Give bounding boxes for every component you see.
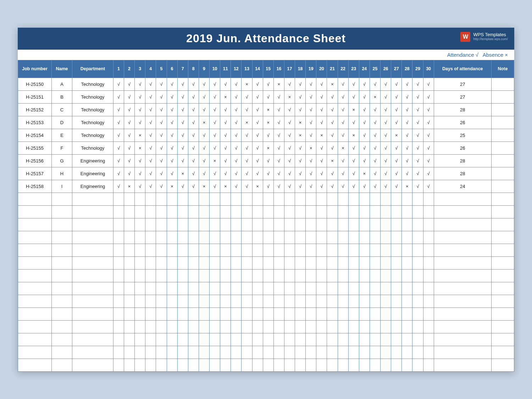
cell-empty[interactable] [316,193,327,205]
cell-day-6[interactable]: √ [167,116,177,129]
cell-day-6[interactable]: √ [167,154,177,167]
cell-day-26[interactable]: √ [381,167,391,180]
cell-empty[interactable] [72,320,113,333]
cell-empty[interactable] [220,193,231,205]
cell-empty[interactable] [402,218,412,231]
cell-empty[interactable] [284,269,295,282]
cell-empty[interactable] [434,359,491,371]
cell-day-17[interactable]: √ [284,78,295,90]
cell-empty[interactable] [210,193,220,205]
cell-empty[interactable] [52,333,72,346]
cell-day-22[interactable]: × [338,142,348,154]
cell-empty[interactable] [316,269,327,282]
cell-empty[interactable] [177,231,188,244]
cell-day-30[interactable]: √ [423,154,434,167]
cell-day-16[interactable]: √ [273,90,284,103]
cell-day-18[interactable]: √ [295,167,306,180]
cell-empty[interactable] [327,320,338,333]
cell-empty[interactable] [252,218,263,231]
cell-day-16[interactable]: √ [273,180,284,193]
cell-empty[interactable] [295,295,306,307]
cell-day-26[interactable]: √ [381,180,391,193]
cell-empty[interactable] [145,320,156,333]
cell-empty[interactable] [402,359,412,371]
cell-day-25[interactable]: √ [370,103,380,116]
cell-note[interactable] [491,103,514,116]
cell-day-10[interactable]: √ [210,129,220,142]
cell-empty[interactable] [199,269,209,282]
cell-day-30[interactable]: √ [423,116,434,129]
cell-day-14[interactable]: √ [252,103,263,116]
cell-day-14[interactable]: √ [252,154,263,167]
cell-empty[interactable] [359,218,370,231]
cell-empty[interactable] [327,256,338,269]
cell-empty[interactable] [273,269,284,282]
cell-empty[interactable] [381,193,391,205]
cell-empty[interactable] [124,333,135,346]
cell-empty[interactable] [381,256,391,269]
cell-empty[interactable] [402,346,412,359]
cell-day-14[interactable]: √ [252,129,263,142]
cell-empty[interactable] [177,244,188,256]
cell-job-number[interactable]: H-25156 [18,154,52,167]
cell-empty[interactable] [18,307,52,320]
cell-day-24[interactable]: √ [359,129,370,142]
cell-empty[interactable] [284,205,295,218]
cell-day-16[interactable]: √ [273,129,284,142]
cell-empty[interactable] [124,320,135,333]
cell-day-7[interactable]: × [177,167,188,180]
cell-empty[interactable] [348,193,359,205]
cell-empty[interactable] [145,205,156,218]
cell-day-2[interactable]: √ [124,129,135,142]
cell-empty[interactable] [156,333,167,346]
cell-day-11[interactable]: × [220,180,231,193]
cell-empty[interactable] [167,244,177,256]
cell-empty[interactable] [273,359,284,371]
cell-day-15[interactable]: √ [263,154,273,167]
cell-day-13[interactable]: √ [242,180,252,193]
cell-empty[interactable] [327,282,338,295]
cell-empty[interactable] [252,320,263,333]
cell-empty[interactable] [135,282,145,295]
cell-empty[interactable] [220,295,231,307]
cell-empty[interactable] [242,307,252,320]
cell-empty[interactable] [327,333,338,346]
cell-day-4[interactable]: √ [145,154,156,167]
cell-empty[interactable] [359,193,370,205]
cell-day-21[interactable]: √ [327,167,338,180]
cell-day-9[interactable]: √ [199,129,209,142]
cell-empty[interactable] [124,282,135,295]
cell-empty[interactable] [423,333,434,346]
cell-empty[interactable] [359,244,370,256]
cell-empty[interactable] [306,307,316,320]
cell-empty[interactable] [491,256,514,269]
cell-empty[interactable] [242,282,252,295]
cell-empty[interactable] [306,231,316,244]
cell-empty[interactable] [316,333,327,346]
cell-empty[interactable] [263,231,273,244]
cell-empty[interactable] [338,333,348,346]
cell-day-27[interactable]: √ [391,154,402,167]
cell-day-15[interactable]: √ [263,129,273,142]
cell-empty[interactable] [402,307,412,320]
cell-empty[interactable] [167,193,177,205]
cell-day-19[interactable]: √ [306,180,316,193]
cell-day-2[interactable]: √ [124,103,135,116]
cell-empty[interactable] [306,256,316,269]
cell-day-22[interactable]: √ [338,154,348,167]
cell-empty[interactable] [423,193,434,205]
cell-empty[interactable] [348,244,359,256]
cell-empty[interactable] [177,193,188,205]
cell-empty[interactable] [263,346,273,359]
cell-day-26[interactable]: √ [381,103,391,116]
cell-empty[interactable] [412,333,423,346]
cell-empty[interactable] [316,205,327,218]
cell-day-25[interactable]: √ [370,167,380,180]
cell-day-29[interactable]: √ [412,154,423,167]
cell-empty[interactable] [52,256,72,269]
wps-templates-badge[interactable]: W WPS Templates http://template.wps.com/ [460,32,508,42]
cell-empty[interactable] [188,269,199,282]
cell-empty[interactable] [284,333,295,346]
cell-empty[interactable] [252,282,263,295]
cell-day-5[interactable]: √ [156,180,167,193]
